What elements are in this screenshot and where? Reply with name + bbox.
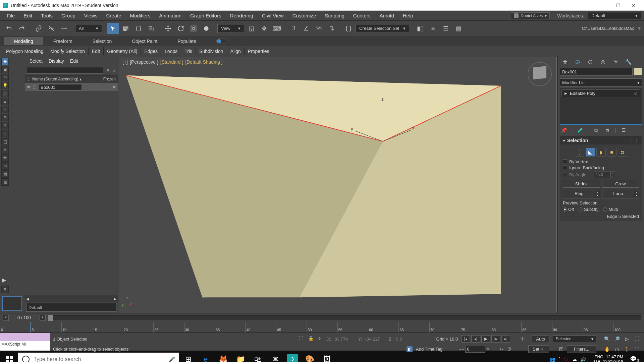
layer-set-dropdown[interactable]: Default xyxy=(26,303,116,312)
undo-button[interactable] xyxy=(3,23,15,34)
subobj-border-button[interactable]: ◗ xyxy=(596,148,606,157)
expand-icon[interactable]: » xyxy=(113,67,116,73)
object-color-swatch[interactable] xyxy=(634,68,642,76)
ribbon-tab-populate[interactable]: Populate xyxy=(167,37,206,45)
file-explorer-icon[interactable]: 📁 xyxy=(232,351,249,362)
ribbon-panel-edit[interactable]: Edit xyxy=(89,47,104,55)
time-ruler[interactable]: ∿ 05101520253035404550556065707580859095… xyxy=(0,322,644,333)
menu-group[interactable]: Group xyxy=(57,11,79,20)
key-filters-button[interactable]: Filters... xyxy=(567,345,596,353)
key-mode-icon[interactable]: 🗝 xyxy=(499,347,504,352)
modifier-list-dropdown[interactable]: Modifier List ▾ xyxy=(560,78,642,86)
frame-prev-icon[interactable]: ◂ xyxy=(459,347,461,351)
play-preview-icon[interactable]: ▶ xyxy=(2,277,8,283)
make-unique-icon[interactable]: ⧉ xyxy=(592,126,600,134)
scene-menu-display[interactable]: Display xyxy=(49,58,64,64)
menu-views[interactable]: Views xyxy=(80,11,102,20)
display-container-icon[interactable]: ◳ xyxy=(1,138,9,145)
ribbon-panel-properties[interactable]: Properties xyxy=(245,47,273,55)
expand-triangle-icon[interactable]: ▶ xyxy=(565,92,567,95)
ribbon-panel-polygon-modeling[interactable]: Polygon Modeling xyxy=(3,47,47,55)
by-angle-spinner[interactable]: ▴▾ xyxy=(594,171,615,178)
menu-create[interactable]: Create xyxy=(102,11,125,20)
y-value[interactable]: -34.227 xyxy=(365,337,385,342)
shrink-button[interactable]: Shrink xyxy=(563,180,600,188)
menu-customize[interactable]: Customize xyxy=(288,11,320,20)
menu-rendering[interactable]: Rendering xyxy=(226,11,257,20)
menu-content[interactable]: Content xyxy=(349,11,375,20)
align-button[interactable]: ≡ xyxy=(427,23,439,34)
ribbon-tab-selection[interactable]: Selection xyxy=(83,37,122,45)
mic-icon[interactable]: 🎤 xyxy=(168,356,175,362)
scene-columns-header[interactable]: Name (Sorted Ascending) ▴ Frozen xyxy=(25,75,118,83)
create-panel-tab[interactable]: ✚ xyxy=(560,58,570,66)
people-icon[interactable]: 👥 xyxy=(549,357,555,362)
show-end-result-icon[interactable]: 🧪 xyxy=(576,126,584,134)
display-geometry-icon[interactable]: ▣ xyxy=(1,66,9,73)
ribbon-minimize-toggle[interactable] xyxy=(216,39,226,44)
spinner-snap-button[interactable]: ⇅ xyxy=(326,23,337,34)
z-value[interactable]: 0.0 xyxy=(396,337,416,342)
auto-key-button[interactable]: Auto xyxy=(532,335,549,343)
goto-start-button[interactable]: |◂ xyxy=(461,335,470,343)
play-button[interactable]: ▶ xyxy=(481,335,490,343)
menu-modifiers[interactable]: Modifiers xyxy=(126,11,155,20)
next-frame-button[interactable]: |▸ xyxy=(491,335,500,343)
move-button[interactable] xyxy=(162,23,174,34)
action-center-icon[interactable]: 💬3 xyxy=(627,356,643,362)
select-object-button[interactable] xyxy=(107,23,119,34)
utilities-panel-tab[interactable]: 🔧 xyxy=(624,58,634,66)
ribbon-panel-modify-selection[interactable]: Modify Selection xyxy=(47,47,89,55)
current-frame-input[interactable] xyxy=(465,346,485,353)
onedrive-icon[interactable]: ☁ xyxy=(572,357,577,362)
preview-multi-radio[interactable]: Multi xyxy=(603,207,618,212)
manipulate-button[interactable]: ✥ xyxy=(258,23,270,34)
scale-button[interactable] xyxy=(188,23,199,34)
edge-icon[interactable]: e xyxy=(197,351,214,362)
placement-button[interactable] xyxy=(201,23,212,34)
modifier-stack-item[interactable]: ▶ Editable Poly ◁ xyxy=(561,89,640,97)
walk-through-icon[interactable]: 🚶 xyxy=(623,346,631,353)
display-frozen-icon[interactable]: ❄ xyxy=(1,146,9,154)
frame-next-icon[interactable]: ▸ xyxy=(462,347,464,351)
minimize-button[interactable]: ― xyxy=(595,0,610,11)
display-helpers-icon[interactable]: ▲ xyxy=(1,98,9,105)
maxscript-listener-output[interactable] xyxy=(0,333,50,341)
display-all-icon[interactable]: ◉ xyxy=(1,58,9,65)
workspace-dropdown[interactable]: Default ▾ xyxy=(588,12,641,19)
3dsmax-taskbar-icon[interactable]: 3 xyxy=(287,354,298,362)
named-selection-button[interactable]: { } xyxy=(343,23,354,34)
menu-arnold[interactable]: Arnold xyxy=(375,11,398,20)
set-key-button[interactable]: + xyxy=(516,333,528,345)
task-view-icon[interactable]: ⊞ xyxy=(180,351,197,362)
subobj-polygon-button[interactable]: ■ xyxy=(607,148,616,157)
firefox-icon[interactable]: 🦊 xyxy=(215,351,231,362)
security-icon[interactable]: 🛡 xyxy=(564,357,569,362)
display-groups-icon[interactable]: ⊞ xyxy=(1,114,9,121)
pin-stack-icon[interactable]: 📌 xyxy=(560,126,568,134)
key-filters-selected-dropdown[interactable]: Selected▾ xyxy=(553,336,596,342)
window-crossing-button[interactable] xyxy=(146,23,157,34)
menu-graph-editors[interactable]: Graph Editors xyxy=(186,11,225,20)
eye-icon[interactable]: 👁 xyxy=(27,85,31,89)
display-none-icon[interactable]: ▭ xyxy=(1,162,9,170)
by-vertex-checkbox[interactable]: By Vertex xyxy=(563,159,639,164)
time-config-icon[interactable]: ⏱ xyxy=(507,347,512,352)
zoom-extents-icon[interactable]: 🔍 xyxy=(602,335,611,343)
isolate-icon[interactable]: ⛶ xyxy=(299,336,305,342)
mail-icon[interactable]: ✉ xyxy=(267,351,284,362)
display-spacewarps-icon[interactable]: 〰 xyxy=(1,106,9,113)
volume-icon[interactable]: 🔊 xyxy=(580,357,586,362)
maximize-button[interactable]: ☐ xyxy=(610,0,626,11)
toggle-ribbon-button[interactable]: ▤ xyxy=(453,23,464,34)
use-pivot-center-button[interactable]: ◱ xyxy=(246,23,257,34)
hierarchy-panel-tab[interactable]: ⌬ xyxy=(585,58,595,66)
ref-coord-dropdown[interactable]: View▾ xyxy=(217,24,244,33)
object-name-input[interactable] xyxy=(560,68,633,76)
unlink-button[interactable] xyxy=(46,23,57,34)
display-lights-icon[interactable]: 💡 xyxy=(1,82,9,89)
by-angle-value[interactable] xyxy=(594,171,610,178)
subobj-edge-button[interactable]: ◣ xyxy=(586,148,595,157)
by-angle-checkbox[interactable]: By Angle: ▴▾ xyxy=(563,171,639,178)
configure-modifier-sets-icon[interactable]: ☰ xyxy=(620,126,628,134)
